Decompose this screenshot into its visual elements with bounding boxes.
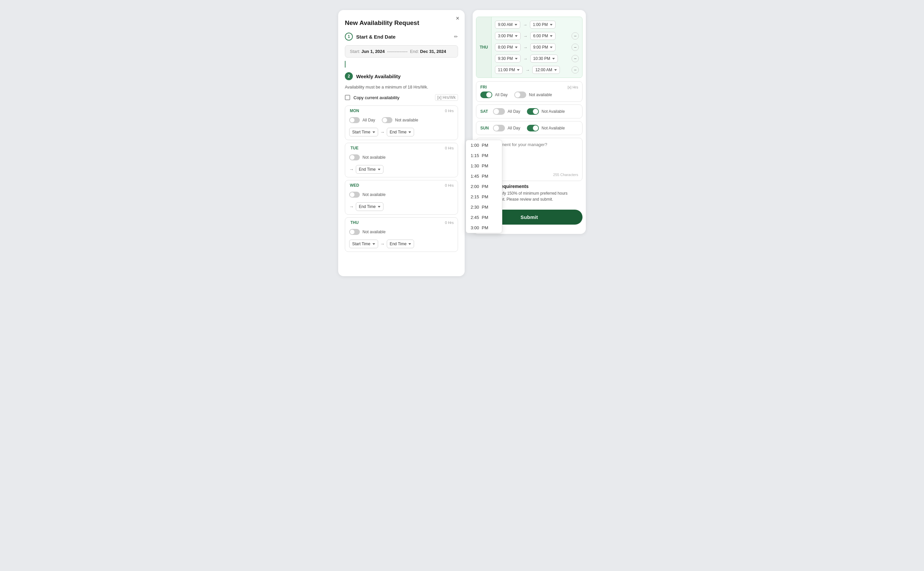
chevron-icon: [550, 35, 553, 37]
sun-toggle-row: SUN All Day Not Available: [480, 125, 578, 131]
time-label: 2:45: [471, 215, 479, 220]
thu-time-entry-4: 11:00 PM → 12:00 AM −: [495, 64, 579, 76]
mon-end-time[interactable]: End Time: [387, 128, 414, 136]
chevron-icon: [408, 131, 411, 133]
panel-title: New Availability Request: [345, 19, 458, 26]
dropdown-item-4[interactable]: 1:45PM: [466, 171, 502, 181]
remove-time-4[interactable]: −: [572, 66, 579, 74]
fri-allday-toggle[interactable]: [480, 91, 492, 98]
chevron-icon: [550, 24, 553, 26]
thu-start-0[interactable]: 9:00 AM: [495, 21, 520, 29]
ampm-label: PM: [482, 153, 488, 158]
dropdown-item-9[interactable]: 3:00PM: [466, 222, 502, 233]
thu-end-time[interactable]: End Time: [387, 239, 414, 248]
day-block-thu: THU 0 Hrs Not available Start Time → End…: [345, 217, 458, 252]
fri-notavail-label: Not available: [529, 93, 552, 97]
time-label: 1:30: [471, 164, 479, 168]
dropdown-item-6[interactable]: 2:15PM: [466, 192, 502, 202]
arrow-icon: →: [349, 167, 354, 172]
ampm-label: PM: [482, 194, 488, 199]
chevron-icon: [515, 46, 518, 48]
edit-icon[interactable]: ✏: [454, 34, 458, 39]
wed-hrs: 0 Hrs: [445, 183, 454, 187]
remove-time-2[interactable]: −: [572, 43, 579, 51]
time-label: 1:00: [471, 143, 479, 148]
dropdown-item-3[interactable]: 1:30PM: [466, 161, 502, 171]
end-date: Dec 31, 2024: [420, 49, 446, 54]
day-blocks: MON 0 Hrs All Day Not available Start Ti…: [345, 105, 458, 252]
close-button[interactable]: ×: [456, 15, 459, 21]
thu-end-3[interactable]: 10:30 PM: [530, 55, 558, 63]
thu-start-4[interactable]: 11:00 PM: [495, 66, 522, 74]
mon-notavail-toggle[interactable]: [382, 117, 392, 123]
thu-toggle-row: Not available: [345, 228, 458, 238]
step2-badge: 2: [345, 72, 353, 80]
time-dropdown: 1:00PM 1:15PM 1:30PM 1:45PM 2:00PM 2:15P…: [466, 140, 502, 233]
remove-time-3[interactable]: −: [572, 55, 579, 62]
thu-start-3[interactable]: 9:30 PM: [495, 55, 521, 63]
copy-checkbox[interactable]: [345, 95, 350, 100]
sat-label: SAT: [480, 109, 490, 114]
dropdown-item-7[interactable]: 2:30PM: [466, 202, 502, 212]
thu-end-2[interactable]: 9:00 PM: [530, 43, 556, 51]
end-label: End:: [410, 49, 419, 54]
tue-hrs: 0 Hrs: [445, 146, 454, 150]
fri-allday-label: All Day: [495, 93, 508, 97]
sun-section: SUN All Day Not Available: [476, 121, 583, 135]
chevron-icon: [515, 35, 518, 37]
thu-time-entry-1: 3:00 PM → 6:00 PM −: [495, 30, 579, 42]
thu-end-1[interactable]: 6:00 PM: [530, 32, 556, 40]
thu-start-2[interactable]: 8:00 PM: [495, 43, 521, 51]
step1-badge: 1: [345, 32, 353, 40]
sat-section: SAT All Day Not Available: [476, 105, 583, 119]
chevron-icon: [554, 69, 557, 71]
sun-notavail-toggle[interactable]: [527, 125, 539, 131]
chevron-icon: [408, 243, 411, 245]
date-bar[interactable]: Start: Jun 1, 2024 ················· End…: [345, 45, 458, 57]
step2-title: Weekly Availability: [356, 74, 458, 79]
left-panel: × New Availability Request 1 Start & End…: [338, 10, 465, 276]
mon-allday-toggle[interactable]: [349, 117, 360, 123]
thu-right-label: THU: [480, 45, 488, 49]
char-count: 255 Characters: [553, 173, 578, 177]
thu-start-time[interactable]: Start Time: [349, 239, 378, 248]
tue-notavail-label: Not available: [363, 155, 385, 160]
time-label: 3:00: [471, 225, 479, 230]
thu-inner: THU 9:00 AM → 1:00 PM 3:00 PM → 6:00 PM …: [476, 17, 582, 77]
sat-notavail-toggle[interactable]: [527, 108, 539, 115]
sat-allday-toggle[interactable]: [493, 108, 505, 115]
wed-end-time[interactable]: End Time: [356, 202, 383, 211]
tue-notavail-toggle[interactable]: [349, 154, 360, 160]
thu-time-entry-2: 8:00 PM → 9:00 PM −: [495, 42, 579, 53]
dropdown-item-8[interactable]: 2:45PM: [466, 212, 502, 222]
divider: [345, 61, 346, 68]
mon-allday-label: All Day: [363, 118, 375, 122]
day-block-wed: WED 0 Hrs Not available → End Time: [345, 180, 458, 215]
dropdown-item-5[interactable]: 2:00PM: [466, 181, 502, 192]
chevron-icon: [378, 206, 380, 208]
thu-notavail-toggle[interactable]: [349, 229, 360, 235]
chevron-icon: [372, 131, 375, 133]
remove-time-1[interactable]: −: [572, 32, 579, 40]
step1-title: Start & End Date: [356, 34, 451, 40]
wed-notavail-toggle[interactable]: [349, 192, 360, 198]
arrow: →: [525, 68, 530, 73]
wed-toggle-row: Not available: [345, 190, 458, 200]
sun-allday-toggle[interactable]: [493, 125, 505, 131]
section-note: Availability must be a minimum of 18 Hrs…: [345, 85, 458, 90]
thu-col-label: THU: [476, 17, 491, 77]
dropdown-item-1[interactable]: 1:00PM: [466, 140, 502, 150]
start-date: Jun 1, 2024: [362, 49, 385, 54]
thu-start-1[interactable]: 3:00 PM: [495, 32, 521, 40]
thu-end-0[interactable]: 1:00 PM: [530, 21, 556, 29]
fri-label: FRI: [480, 85, 490, 90]
sun-notavail-label: Not Available: [542, 126, 565, 130]
arrow: →: [523, 22, 527, 27]
mon-start-time[interactable]: Start Time: [349, 128, 378, 136]
fri-section: FRI [x] Hrs All Day Not available: [476, 81, 583, 102]
tue-end-time[interactable]: End Time: [356, 165, 383, 174]
copy-label: Copy current availability: [354, 95, 399, 100]
dropdown-item-2[interactable]: 1:15PM: [466, 150, 502, 161]
fri-notavail-toggle[interactable]: [514, 91, 526, 98]
thu-end-4[interactable]: 12:00 AM: [532, 66, 560, 74]
